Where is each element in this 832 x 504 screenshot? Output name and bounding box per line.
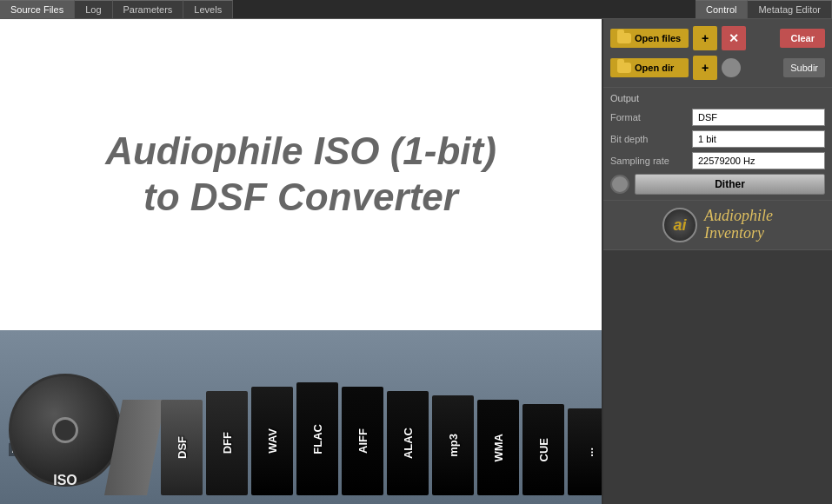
logo-line1: Audiophile [704, 208, 773, 225]
open-dir-button[interactable]: Open dir [610, 58, 689, 77]
tab-parameters[interactable]: Parameters [113, 0, 184, 18]
formats-container: ISO DSF DFF WAV FLAC AIFF ALAC mp3 WMA C… [0, 374, 602, 504]
preview-area: Audiophile ISO (1-bit) to DSF Converter [0, 19, 602, 330]
format-value[interactable]: DSF [692, 109, 825, 126]
format-cue: CUE [522, 404, 564, 495]
format-wav: WAV [251, 387, 293, 495]
preview-title: Audiophile ISO (1-bit) to DSF Converter [105, 129, 496, 221]
left-tab-bar: Source Files Log Parameters Levels Contr… [0, 0, 832, 19]
format-dots: ... [568, 408, 602, 495]
open-files-button[interactable]: Open files [610, 29, 689, 48]
sampling-rate-row: Sampling rate 22579200 Hz [610, 152, 825, 169]
subdir-button[interactable]: Subdir [783, 58, 825, 77]
logo-area: ai Audiophile Inventory [603, 200, 832, 249]
format-flac: FLAC [296, 382, 338, 495]
sampling-rate-value[interactable]: 22579200 Hz [692, 152, 825, 169]
folder-dir-icon [617, 63, 631, 73]
illustration-area: Directory output files /Volumes/ExtDisk/… [0, 330, 602, 504]
dir-toggle-button[interactable] [722, 58, 741, 77]
output-section-title: Output [610, 93, 825, 103]
logo-line2: Inventory [704, 225, 773, 242]
tab-log[interactable]: Log [75, 0, 112, 18]
left-panel: Audiophile ISO (1-bit) to DSF Converter … [0, 19, 602, 504]
right-panel: Open files + ✕ Clear Open dir + Subdir O… [602, 19, 832, 504]
bottom-area [603, 249, 832, 504]
format-label: Format [610, 112, 689, 123]
open-dir-row: Open dir + Subdir [610, 56, 825, 80]
dither-row: Dither [610, 174, 825, 195]
output-section: Output Format DSF Bit depth 1 bit Sampli… [603, 87, 832, 200]
add-files-button[interactable]: + [693, 26, 717, 50]
tab-levels[interactable]: Levels [183, 0, 233, 18]
preview-title-line2: to DSF Converter [105, 175, 496, 221]
sampling-rate-label: Sampling rate [610, 156, 689, 166]
format-alac: ALAC [387, 391, 429, 495]
disc-inner [52, 417, 78, 443]
control-panel: Open files + ✕ Clear Open dir + Subdir [603, 19, 832, 87]
disc-label: ISO [53, 473, 77, 488]
open-files-row: Open files + ✕ Clear [610, 26, 825, 50]
bit-depth-value[interactable]: 1 bit [692, 130, 825, 148]
remove-files-button[interactable]: ✕ [722, 26, 746, 50]
logo-icon: ai [662, 208, 697, 242]
preview-title-line1: Audiophile ISO (1-bit) [105, 129, 496, 175]
format-wma: WMA [477, 400, 519, 495]
tab-source-files[interactable]: Source Files [0, 0, 75, 18]
format-mp3: mp3 [432, 395, 474, 495]
dither-toggle[interactable] [610, 175, 629, 194]
tab-metatag-editor[interactable]: Metatag Editor [748, 0, 832, 18]
clear-button[interactable]: Clear [780, 29, 825, 48]
format-dsf: DSF [161, 400, 203, 495]
logo-text: Audiophile Inventory [704, 208, 773, 242]
format-row: Format DSF [610, 109, 825, 126]
bit-depth-row: Bit depth 1 bit [610, 130, 825, 148]
main-layout: Audiophile ISO (1-bit) to DSF Converter … [0, 19, 832, 504]
dither-button[interactable]: Dither [635, 174, 825, 195]
disc: ISO [9, 374, 122, 487]
tab-control[interactable]: Control [696, 0, 748, 18]
bit-depth-label: Bit depth [610, 134, 689, 144]
format-aiff: AIFF [342, 387, 383, 495]
folder-icon [617, 33, 631, 43]
format-dff: DFF [206, 391, 248, 495]
add-dir-button[interactable]: + [693, 56, 717, 80]
